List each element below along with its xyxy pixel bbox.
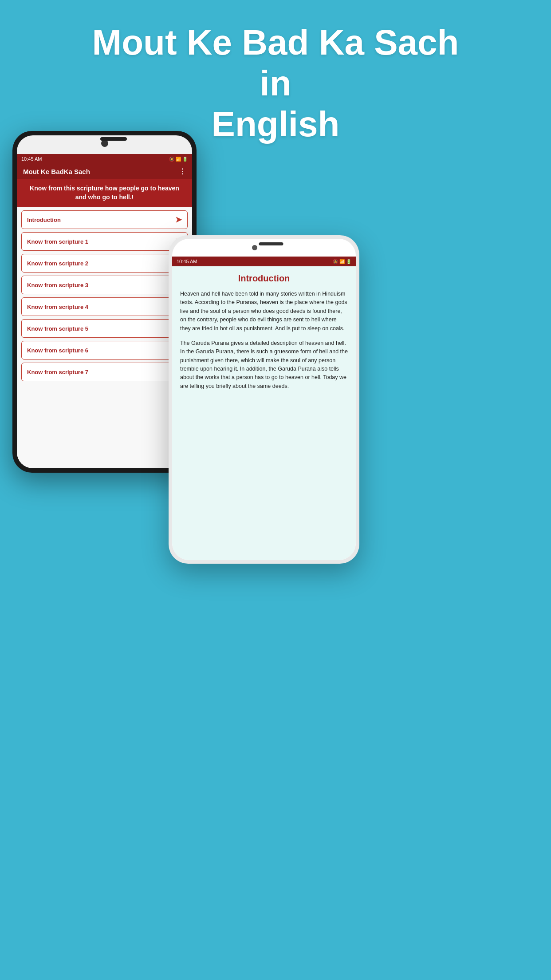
list-item-3[interactable]: Know from scripture 3➤ bbox=[21, 276, 188, 294]
list-item-1[interactable]: Know from scripture 1➤ bbox=[21, 232, 188, 251]
phone2-time: 10:45 AM bbox=[177, 259, 197, 264]
phone-right-camera bbox=[252, 245, 257, 250]
list-item-label-4: Know from scripture 4 bbox=[27, 304, 88, 310]
phone2-battery-icon: 🔋 bbox=[346, 259, 351, 264]
phone1-mute-icon: 🔕 bbox=[169, 157, 174, 162]
phone2-mute-icon: 🔕 bbox=[333, 259, 338, 264]
phone-left-camera bbox=[101, 140, 108, 147]
phone2-paragraph1: Heaven and hell have been told in many s… bbox=[180, 290, 348, 333]
title-line-1: Mout Ke Bad Ka Sach bbox=[0, 22, 551, 63]
phone2-status-bar: 10:45 AM 🔕 📶 🔋 bbox=[172, 257, 356, 266]
list-item-0[interactable]: Introduction➤ bbox=[21, 210, 188, 229]
list-item-label-3: Know from scripture 3 bbox=[27, 282, 88, 288]
list-item-label-0: Introduction bbox=[27, 217, 61, 223]
list-item-4[interactable]: Know from scripture 4➤ bbox=[21, 297, 188, 316]
phone1-menu-icon[interactable]: ⋮ bbox=[179, 167, 186, 175]
list-item-5[interactable]: Know from scripture 5➤ bbox=[21, 319, 188, 338]
phone1-time: 10:45 AM bbox=[21, 156, 42, 162]
phone1-banner-text: Know from this scripture how people go t… bbox=[30, 185, 179, 201]
phone1-battery-icon: 🔋 bbox=[182, 157, 188, 162]
list-item-2[interactable]: Know from scripture 2➤ bbox=[21, 254, 188, 273]
phone2-signal-icon: 📶 bbox=[339, 259, 345, 264]
phone-left-screen-frame: 10:45 AM 🔕 📶 🔋 Mout Ke BadKa Sach ⋮ Know… bbox=[17, 135, 192, 468]
list-item-label-5: Know from scripture 5 bbox=[27, 325, 88, 332]
phone2-status-icons: 🔕 📶 🔋 bbox=[333, 259, 351, 264]
phone1-toolbar: Mout Ke BadKa Sach ⋮ bbox=[17, 164, 192, 179]
list-item-label-7: Know from scripture 7 bbox=[27, 369, 88, 375]
phone-right-speaker bbox=[259, 242, 283, 245]
list-item-6[interactable]: Know from scripture 6➤ bbox=[21, 341, 188, 360]
phone1-list: Introduction➤Know from scripture 1➤Know … bbox=[17, 207, 192, 385]
list-item-7[interactable]: Know from scripture 7➤ bbox=[21, 363, 188, 381]
phone1-signal-icon: 📶 bbox=[176, 157, 181, 162]
phone1-status-icons: 🔕 📶 🔋 bbox=[169, 157, 188, 162]
phone-left-speaker bbox=[100, 137, 127, 141]
phone2-content: Introduction Heaven and hell have been t… bbox=[172, 266, 356, 404]
phone1-app-title: Mout Ke BadKa Sach bbox=[23, 168, 90, 175]
arrow-icon-0: ➤ bbox=[175, 215, 182, 225]
phone2-heading: Introduction bbox=[180, 273, 348, 284]
phone1-banner: Know from this scripture how people go t… bbox=[17, 179, 192, 207]
list-item-label-2: Know from scripture 2 bbox=[27, 260, 88, 267]
list-item-label-1: Know from scripture 1 bbox=[27, 238, 88, 245]
phone2-paragraph2: The Garuda Purana gives a detailed descr… bbox=[180, 339, 348, 391]
page-title: Mout Ke Bad Ka Sach in English bbox=[0, 0, 551, 145]
phone1-screen: 10:45 AM 🔕 📶 🔋 Mout Ke BadKa Sach ⋮ Know… bbox=[17, 154, 192, 468]
phone2-screen: 10:45 AM 🔕 📶 🔋 Introduction Heaven and h… bbox=[172, 257, 356, 560]
phone1-status-bar: 10:45 AM 🔕 📶 🔋 bbox=[17, 154, 192, 164]
phone-right-device: 10:45 AM 🔕 📶 🔋 Introduction Heaven and h… bbox=[169, 235, 359, 564]
list-item-label-6: Know from scripture 6 bbox=[27, 347, 88, 354]
phone-right-screen-frame: 10:45 AM 🔕 📶 🔋 Introduction Heaven and h… bbox=[172, 239, 356, 560]
title-line-2: in bbox=[0, 63, 551, 104]
